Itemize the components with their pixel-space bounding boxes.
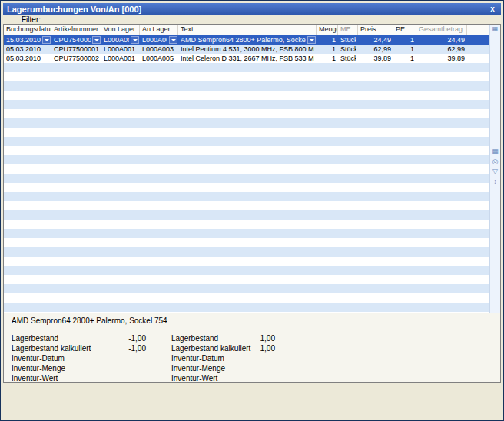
cell-artikelnummer[interactable]: CPU75400003 — [51, 35, 101, 45]
cell-artikelnummer[interactable] — [51, 137, 101, 146]
cell-von-lager[interactable] — [101, 183, 140, 192]
cell-preis[interactable] — [358, 284, 393, 293]
cell-me[interactable] — [338, 247, 358, 257]
cell-von-lager[interactable]: L000A001 — [101, 35, 140, 45]
cell-menge[interactable] — [317, 275, 338, 284]
cell-gesamtbetrag[interactable] — [416, 155, 467, 164]
cell-menge[interactable] — [317, 303, 338, 312]
cell-von-lager[interactable] — [101, 201, 140, 210]
cell-gesamtbetrag[interactable] — [416, 118, 467, 128]
cell-menge[interactable] — [317, 109, 338, 118]
cell-preis[interactable] — [358, 146, 393, 155]
cell-an-lager[interactable] — [140, 303, 178, 312]
cell-an-lager[interactable] — [140, 257, 178, 266]
cell-artikelnummer[interactable] — [51, 201, 101, 210]
cell-text[interactable] — [178, 155, 317, 164]
cell-buchungsdatum[interactable] — [4, 247, 51, 257]
cell-pe[interactable] — [393, 293, 416, 303]
cell-von-lager[interactable] — [101, 257, 140, 266]
cell-preis[interactable] — [358, 155, 393, 164]
cell-an-lager[interactable] — [140, 155, 178, 164]
cell-artikelnummer[interactable] — [51, 146, 101, 155]
cell-me[interactable] — [338, 201, 358, 210]
cell-buchungsdatum[interactable] — [4, 284, 51, 293]
cell-von-lager[interactable] — [101, 91, 140, 100]
navigate-icon[interactable]: ↕ — [491, 177, 499, 186]
cell-gesamtbetrag[interactable] — [416, 81, 467, 91]
cell-von-lager[interactable] — [101, 164, 140, 174]
cell-buchungsdatum[interactable] — [4, 118, 51, 128]
empty-row[interactable] — [4, 266, 489, 275]
cell-gesamtbetrag[interactable] — [416, 146, 467, 155]
cell-me[interactable] — [338, 137, 358, 146]
grid-body[interactable]: 15.03.2010CPU75400003L000A001L000A002AMD… — [4, 35, 489, 313]
cell-me[interactable] — [338, 266, 358, 275]
cell-preis[interactable] — [358, 81, 393, 91]
cell-gesamtbetrag[interactable] — [416, 266, 467, 275]
cell-von-lager[interactable]: L000A001 — [101, 45, 140, 54]
cell-von-lager[interactable] — [101, 275, 140, 284]
cell-an-lager[interactable] — [140, 164, 178, 174]
cell-von-lager[interactable] — [101, 155, 140, 164]
column-header-gesamtbetrag[interactable]: Gesamtbetrag — [416, 25, 467, 35]
cell-preis[interactable] — [358, 72, 393, 81]
cell-text[interactable] — [178, 174, 317, 183]
cell-me[interactable] — [338, 284, 358, 293]
cell-buchungsdatum[interactable] — [4, 210, 51, 220]
cell-gesamtbetrag[interactable] — [416, 91, 467, 100]
cell-artikelnummer[interactable] — [51, 91, 101, 100]
cell-text[interactable] — [178, 303, 317, 312]
cell-buchungsdatum[interactable] — [4, 155, 51, 164]
cell-von-lager[interactable] — [101, 220, 140, 229]
cell-artikelnummer[interactable] — [51, 266, 101, 275]
empty-row[interactable] — [4, 220, 489, 229]
cell-artikelnummer[interactable] — [51, 210, 101, 220]
table-row[interactable]: 15.03.2010CPU75400003L000A001L000A002AMD… — [4, 35, 489, 45]
cell-artikelnummer[interactable] — [51, 247, 101, 257]
cell-preis[interactable] — [358, 275, 393, 284]
cell-artikelnummer[interactable]: CPU77500001 — [51, 45, 101, 54]
cell-pe[interactable] — [393, 220, 416, 229]
dropdown-arrow-icon[interactable] — [131, 36, 139, 44]
cell-an-lager[interactable] — [140, 275, 178, 284]
empty-row[interactable] — [4, 164, 489, 174]
cell-gesamtbetrag[interactable] — [416, 183, 467, 192]
cell-von-lager[interactable] — [101, 247, 140, 257]
cell-gesamtbetrag[interactable] — [416, 229, 467, 238]
cell-pe[interactable] — [393, 266, 416, 275]
cell-artikelnummer[interactable] — [51, 155, 101, 164]
cell-preis[interactable] — [358, 266, 393, 275]
cell-menge[interactable] — [317, 118, 338, 128]
cell-von-lager[interactable] — [101, 266, 140, 275]
column-chooser-icon[interactable]: ▦ — [490, 25, 500, 35]
cell-text[interactable] — [178, 183, 317, 192]
cell-pe[interactable] — [393, 303, 416, 312]
column-header-preis[interactable]: Preis — [358, 25, 393, 35]
cell-text[interactable] — [178, 109, 317, 118]
cell-menge[interactable] — [317, 128, 338, 137]
cell-gesamtbetrag[interactable] — [416, 303, 467, 312]
cell-artikelnummer[interactable] — [51, 238, 101, 247]
cell-buchungsdatum[interactable] — [4, 201, 51, 210]
cell-pe[interactable] — [393, 174, 416, 183]
cell-me[interactable]: Stück — [338, 45, 358, 54]
empty-row[interactable] — [4, 303, 489, 312]
cell-preis[interactable] — [358, 238, 393, 247]
cell-an-lager[interactable] — [140, 72, 178, 81]
empty-row[interactable] — [4, 118, 489, 128]
cell-menge[interactable] — [317, 164, 338, 174]
cell-me[interactable] — [338, 220, 358, 229]
cell-me[interactable] — [338, 155, 358, 164]
cell-an-lager[interactable] — [140, 210, 178, 220]
cell-text[interactable] — [178, 284, 317, 293]
cell-buchungsdatum[interactable] — [4, 220, 51, 229]
cell-buchungsdatum[interactable]: 05.03.2010 — [4, 54, 51, 63]
cell-gesamtbetrag[interactable] — [416, 247, 467, 257]
cell-von-lager[interactable] — [101, 293, 140, 303]
cell-menge[interactable] — [317, 72, 338, 81]
cell-me[interactable] — [338, 238, 358, 247]
cell-menge[interactable] — [317, 63, 338, 72]
cell-me[interactable] — [338, 91, 358, 100]
cell-preis[interactable]: 39,89 — [358, 54, 393, 63]
cell-gesamtbetrag[interactable] — [416, 201, 467, 210]
